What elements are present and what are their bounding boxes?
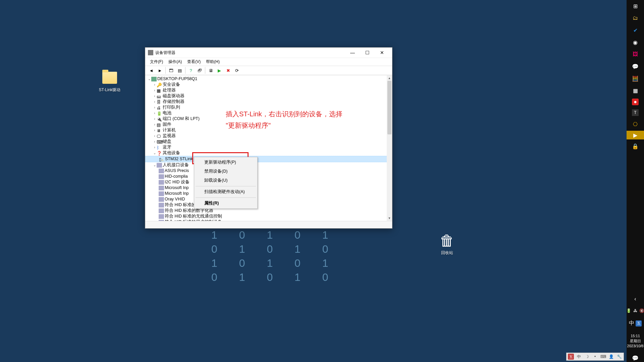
network-icon[interactable]: 🖧: [633, 308, 637, 313]
tree-hid-item[interactable]: 符合 HID 标准的无线通信控制: [145, 214, 392, 219]
todo-app-icon[interactable]: ✔: [631, 26, 639, 34]
device-icon: 🖨: [157, 105, 162, 110]
hid-icon: [159, 174, 164, 179]
tree-category[interactable]: ›⌨键盘: [145, 139, 392, 144]
menu-file[interactable]: 文件(F): [148, 58, 165, 65]
device-icon: 🗄: [157, 100, 162, 104]
clock[interactable]: 15:11 星期日 2023/10/8: [627, 332, 644, 350]
ime-user-icon[interactable]: 👤: [608, 354, 614, 360]
back-button[interactable]: ◄: [147, 67, 155, 74]
properties-button[interactable]: ▤: [176, 67, 184, 74]
volume-icon[interactable]: 🔇: [639, 308, 644, 313]
tree-hid-item[interactable]: 符合 HID 标准的用户控制设备: [145, 219, 392, 221]
folder-label: ST-Link驱动: [95, 87, 125, 93]
maximize-button[interactable]: ☐: [360, 48, 375, 57]
hid-icon: [159, 169, 164, 173]
titlebar[interactable]: 设备管理器 — ☐ ✕: [145, 48, 392, 58]
show-tree-button[interactable]: 🗔: [167, 67, 175, 74]
tree-hid-item[interactable]: Microsoft Inp: [145, 185, 392, 191]
start-button[interactable]: ⊞: [631, 2, 639, 10]
tree-hid-item[interactable]: ASUS Precis: [145, 168, 392, 174]
expand-tray-button[interactable]: ‹: [631, 295, 639, 303]
record-icon[interactable]: ●: [632, 99, 639, 105]
menu-scan-hardware[interactable]: 扫描检测硬件改动(A): [195, 187, 257, 196]
desktop-recycle-bin[interactable]: 🗑 回收站: [432, 233, 462, 256]
menu-action[interactable]: 操作(A): [166, 58, 184, 65]
device-view-button[interactable]: 🗗: [196, 67, 204, 74]
close-button[interactable]: ✕: [375, 48, 389, 57]
tree-category[interactable]: ›🖵监视器: [145, 133, 392, 139]
gallery-icon[interactable]: 🖼: [631, 50, 639, 58]
tree-category[interactable]: ›▦处理器: [145, 87, 392, 93]
ime-zhong[interactable]: 中: [576, 354, 582, 360]
code-app-icon[interactable]: ⎔: [631, 120, 639, 128]
ime-keyboard-icon[interactable]: ⌨: [600, 354, 606, 360]
ime-punct-icon[interactable]: •: [592, 354, 598, 360]
file-explorer-icon[interactable]: 🗂: [631, 14, 639, 22]
ime-settings-icon[interactable]: 🔧: [616, 354, 622, 360]
ime-wubi-badge[interactable]: 五: [568, 354, 574, 360]
hid-icon: [159, 186, 164, 190]
menu-disable-device[interactable]: 禁用设备(D): [195, 167, 257, 176]
system-tray[interactable]: 🔋 🖧 🔇: [626, 307, 644, 314]
unknown-device-icon: ❓: [157, 151, 162, 156]
chrome-icon[interactable]: ◉: [631, 38, 639, 46]
taskbar: ⊞ 🗂 ✔ ◉ 🖼 💬 🧮 ▦ ● T ⎔ ▶ 🔒 ‹ 🔋 🖧 🔇 中 五 15…: [627, 0, 644, 362]
wechat-icon[interactable]: 💬: [631, 62, 639, 70]
tree-category[interactable]: ›ᛒ蓝牙: [145, 144, 392, 150]
scroll-down-button[interactable]: ▼: [387, 216, 392, 221]
device-manager-window: 设备管理器 — ☐ ✕ 文件(F) 操作(A) 查看(V) 帮助(H) ◄ ► …: [145, 47, 392, 229]
lock-icon[interactable]: 🔒: [631, 142, 639, 150]
media-icon[interactable]: ▶: [627, 131, 644, 139]
text-app-icon[interactable]: T: [632, 109, 639, 116]
tree-category[interactable]: ›🗄存储控制器: [145, 99, 392, 105]
ime-toolbar[interactable]: 五 中 ☽ • ⌨ 👤 🔧: [566, 353, 624, 361]
tree-stm32-stlink[interactable]: ▯STM32 STLink: [145, 156, 392, 162]
ime-mode-badge: 五: [636, 320, 642, 326]
hid-icon: [159, 191, 164, 196]
tree-hid-item[interactable]: 符合 HID 标准的数字化器: [145, 208, 392, 214]
device-icon: ▦: [157, 88, 162, 93]
vertical-scrollbar[interactable]: ▲ ▼: [387, 75, 392, 221]
scroll-up-button[interactable]: ▲: [387, 75, 392, 81]
tree-other-devices[interactable]: ⌄❓其他设备: [145, 150, 392, 156]
device-icon: ▧: [157, 122, 162, 127]
desktop-folder-stlink[interactable]: ST-Link驱动: [95, 70, 125, 93]
notifications-button[interactable]: 💬: [631, 354, 639, 362]
hid-icon: [159, 203, 164, 207]
scan-hardware-button[interactable]: ⟳: [233, 67, 241, 74]
menubar: 文件(F) 操作(A) 查看(V) 帮助(H): [145, 58, 392, 66]
tree-hid-item[interactable]: Oray VHID: [145, 196, 392, 202]
calculator-icon[interactable]: 🧮: [631, 74, 639, 82]
device-icon: 🖴: [157, 94, 162, 99]
tree-category[interactable]: ›🖴磁盘驱动器: [145, 93, 392, 99]
device-tree[interactable]: ⌄DESKTOP-FUP58Q1 ›🔑安全设备 ›▦处理器 ›🖴磁盘驱动器 ›🗄…: [145, 75, 392, 221]
menu-properties[interactable]: 属性(R): [195, 199, 257, 208]
ime-moon-icon[interactable]: ☽: [584, 354, 590, 360]
scroll-thumb[interactable]: [387, 81, 391, 134]
hid-icon: [159, 214, 164, 219]
update-driver-button[interactable]: 🖥: [207, 67, 215, 74]
battery-icon[interactable]: 🔋: [626, 308, 631, 313]
tree-hid-item[interactable]: I2C HID 设备: [145, 179, 392, 185]
menu-update-driver[interactable]: 更新驱动程序(P): [195, 158, 257, 167]
uninstall-button[interactable]: ✖: [224, 67, 232, 74]
tree-hid[interactable]: ⌄人机接口设备: [145, 162, 392, 168]
tree-category[interactable]: ›🔑安全设备: [145, 82, 392, 87]
ime-indicator[interactable]: 中 五: [629, 318, 642, 328]
tree-hid-item[interactable]: HID-complia: [145, 174, 392, 179]
menu-view[interactable]: 查看(V): [185, 58, 203, 65]
help-button[interactable]: ?: [187, 67, 195, 74]
ime-lang: 中: [629, 320, 634, 327]
tree-root[interactable]: ⌄DESKTOP-FUP58Q1: [145, 76, 392, 82]
minimize-button[interactable]: —: [345, 48, 360, 57]
enable-device-button[interactable]: ▶: [215, 67, 223, 74]
tree-hid-item[interactable]: Microsoft Inp: [145, 191, 392, 196]
menu-help[interactable]: 帮助(H): [204, 58, 222, 65]
annotation-text: 插入ST-Link，右击识别到的设备，选择 "更新驱动程序": [226, 108, 342, 131]
menu-uninstall-device[interactable]: 卸载设备(U): [195, 176, 257, 185]
wallpaper-binary: 1 0 1 0 1 0 1 0 1 0 1 0 1 0 1 0 1 0 1 0: [211, 228, 338, 284]
forward-button[interactable]: ►: [156, 67, 164, 74]
qr-icon[interactable]: ▦: [631, 86, 639, 95]
tree-hid-item[interactable]: 符合 HID 标准的供应商定义设备: [145, 202, 392, 208]
